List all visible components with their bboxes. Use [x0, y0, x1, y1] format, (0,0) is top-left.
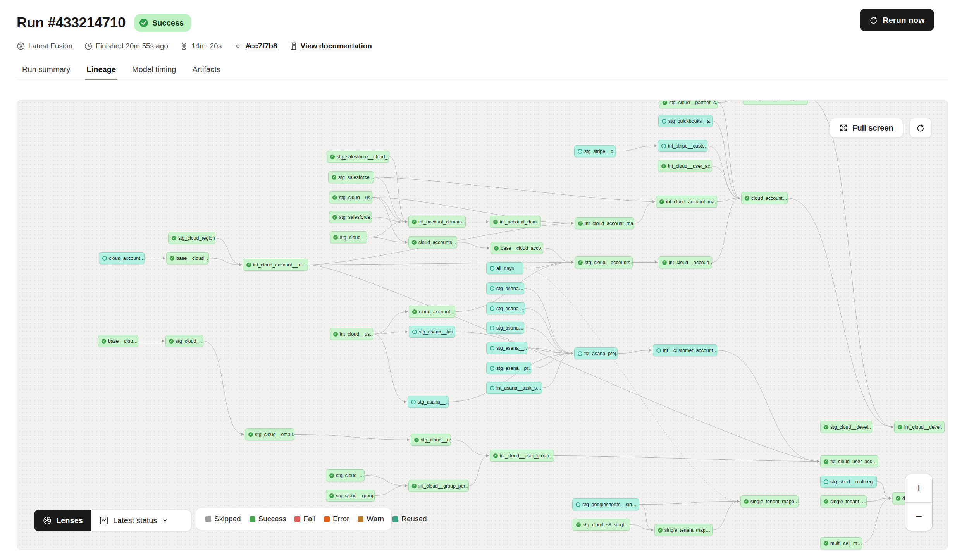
graph-node[interactable]: ✓single_tenant_map…: [654, 524, 713, 536]
graph-node[interactable]: ✓stg_cloud_region…: [168, 232, 215, 244]
expand-icon: [839, 124, 848, 132]
graph-node[interactable]: ✓stg_cloud__us…: [411, 434, 451, 446]
graph-node[interactable]: ✓stg_cloud_s3_singl…: [573, 519, 630, 531]
graph-node[interactable]: ✓stg_cloud__us…: [329, 191, 372, 203]
lineage-edge: [373, 334, 406, 402]
zoom-out-button[interactable]: −: [905, 503, 932, 531]
graph-node[interactable]: ✓int_cloud__devel…: [894, 421, 945, 433]
graph-node[interactable]: ✓int_cloud_account_ma…: [656, 196, 717, 208]
fusion-knot-icon: [17, 42, 25, 50]
node-reused-icon: [490, 306, 494, 311]
graph-node[interactable]: ✓stg_cloud_…: [165, 335, 203, 347]
node-label: int_cloud_account__m…: [253, 262, 306, 268]
node-reused-icon: [824, 479, 828, 484]
commit-link[interactable]: #cc7f7b8: [246, 42, 277, 50]
graph-node[interactable]: ✓single_tenant_mapp…: [740, 495, 799, 507]
graph-node[interactable]: stg_asana__pr…: [486, 362, 531, 374]
node-label: single_tenant_…: [830, 499, 867, 504]
lineage-edge: [717, 198, 740, 202]
graph-node[interactable]: cloud_account…: [99, 252, 145, 264]
lineage-edge: [618, 350, 652, 354]
graph-node[interactable]: ✓stg_salesforce_…: [328, 171, 374, 183]
graph-node[interactable]: ✓stg_cloud__email…: [245, 428, 294, 440]
graph-node[interactable]: ✓stg_cloud__partner_c…: [659, 100, 718, 108]
graph-node[interactable]: ✓stg_cloud__devel…: [820, 421, 872, 433]
lineage-edge: [867, 498, 891, 502]
node-success-icon: ✓: [412, 484, 417, 488]
graph-node[interactable]: ✓stg_cloud_…: [326, 469, 365, 481]
graph-node[interactable]: ✓base__clou…: [98, 335, 138, 347]
graph-node[interactable]: ✓multi_cell_m…: [820, 537, 862, 549]
graph-node[interactable]: ✓int_cloud__user_group…: [490, 450, 554, 462]
node-label: stg_asana_…: [496, 306, 525, 311]
rerun-now-button[interactable]: Rerun now: [860, 9, 934, 31]
tab-artifacts[interactable]: Artifacts: [192, 65, 220, 80]
graph-node[interactable]: ✓single_tenant_…: [820, 495, 867, 507]
aperture-icon: [43, 516, 52, 525]
node-label: stg_quickbooks__a…: [668, 119, 713, 124]
graph-node[interactable]: stg_asana_…: [486, 302, 525, 314]
graph-node[interactable]: ✓cloud_account_…: [409, 306, 455, 318]
tab-model-timing[interactable]: Model timing: [132, 65, 176, 80]
rerun-now-label: Rerun now: [883, 15, 925, 25]
zoom-in-button[interactable]: +: [905, 474, 932, 502]
fullscreen-button[interactable]: Full screen: [830, 118, 903, 138]
node-reused-icon: [102, 256, 107, 261]
graph-node[interactable]: ✓stg_cloud__…: [330, 231, 367, 243]
graph-node[interactable]: fct_asana_proj…: [574, 347, 618, 359]
status-lens-dropdown[interactable]: Latest status: [91, 510, 191, 531]
graph-node[interactable]: ✓stg_cloud__accounts…: [575, 256, 633, 268]
graph-node[interactable]: stg_stripe__c…: [574, 145, 616, 157]
graph-node[interactable]: int_asana__task_s…: [486, 382, 542, 394]
graph-node[interactable]: stg_asana__tas…: [409, 326, 455, 338]
node-success-icon: ✓: [578, 221, 583, 226]
graph-node[interactable]: ✓int_cloud_account__m…: [243, 259, 308, 271]
graph-node[interactable]: stg_quickbooks__a…: [658, 115, 713, 127]
graph-node[interactable]: all_days: [486, 262, 523, 274]
clock-icon: [84, 42, 93, 50]
node-success-icon: ✓: [172, 236, 176, 240]
graph-node[interactable]: stg_seed__multireg…: [820, 476, 877, 488]
graph-node[interactable]: stg_asana__…: [486, 342, 527, 354]
node-label: int_cloud_account_ma…: [585, 221, 634, 226]
graph-node[interactable]: ✓int_cloud__accoun…: [659, 256, 712, 268]
graph-node[interactable]: ✓int_cloud__partner_con…: [743, 100, 808, 105]
lineage-edge: [543, 248, 573, 263]
refresh-graph-button[interactable]: [909, 118, 932, 138]
lenses-button[interactable]: Lenses: [34, 510, 91, 531]
graph-node[interactable]: ✓int_cloud__us…: [330, 328, 373, 340]
node-success-icon: ✓: [824, 459, 828, 464]
view-documentation-link[interactable]: View documentation: [301, 42, 372, 50]
node-reused-icon: [656, 348, 661, 353]
graph-node[interactable]: ✓int_account_dom…: [490, 216, 541, 228]
graph-node[interactable]: ✓int_account_domain…: [408, 216, 466, 228]
graph-node[interactable]: ✓base__cloud_acco…: [491, 242, 543, 254]
graph-node[interactable]: ✓int_cloud_account_ma…: [575, 217, 634, 229]
tab-lineage[interactable]: Lineage: [86, 65, 116, 80]
graph-node[interactable]: stg_asana__…: [408, 396, 449, 408]
graph-node[interactable]: stg_asana…: [486, 322, 524, 334]
lineage-edge: [203, 341, 244, 435]
graph-node[interactable]: stg_asana…: [486, 282, 524, 294]
graph-node[interactable]: ✓stg_salesforce…: [329, 211, 372, 223]
lineage-edge: [375, 486, 407, 496]
node-reused-icon: [576, 502, 580, 507]
lineage-edge: [712, 166, 740, 198]
graph-node[interactable]: ✓stg_salesforce__cloud_…: [327, 151, 389, 163]
graph-node[interactable]: ✓int_cloud__user_ac…: [658, 160, 712, 172]
graph-node[interactable]: ✓cloud_account…: [741, 192, 788, 204]
node-reused-icon: [578, 149, 582, 154]
graph-node[interactable]: ✓cloud_accounts_…: [408, 236, 457, 248]
node-success-icon: ✓: [744, 499, 749, 504]
graph-node[interactable]: int_stripe__custo…: [658, 140, 707, 152]
graph-node[interactable]: ✓stg_cloud__group…: [326, 490, 375, 502]
graph-node[interactable]: ✓base__cloud_…: [166, 252, 209, 264]
tab-run-summary[interactable]: Run summary: [22, 65, 70, 80]
graph-node[interactable]: ✓fct_cloud_user_acc…: [820, 455, 878, 467]
node-label: stg_cloud__email…: [255, 432, 294, 437]
lineage-edge: [372, 198, 573, 223]
graph-node[interactable]: stg_googlesheets__sin…: [572, 498, 639, 510]
graph-node[interactable]: ✓int_cloud__group_per…: [408, 480, 469, 492]
lineage-canvas[interactable]: ✓stg_cloud__partner_c…✓int_cloud__partne…: [17, 100, 948, 550]
graph-node[interactable]: int__customer_account…: [653, 344, 717, 356]
